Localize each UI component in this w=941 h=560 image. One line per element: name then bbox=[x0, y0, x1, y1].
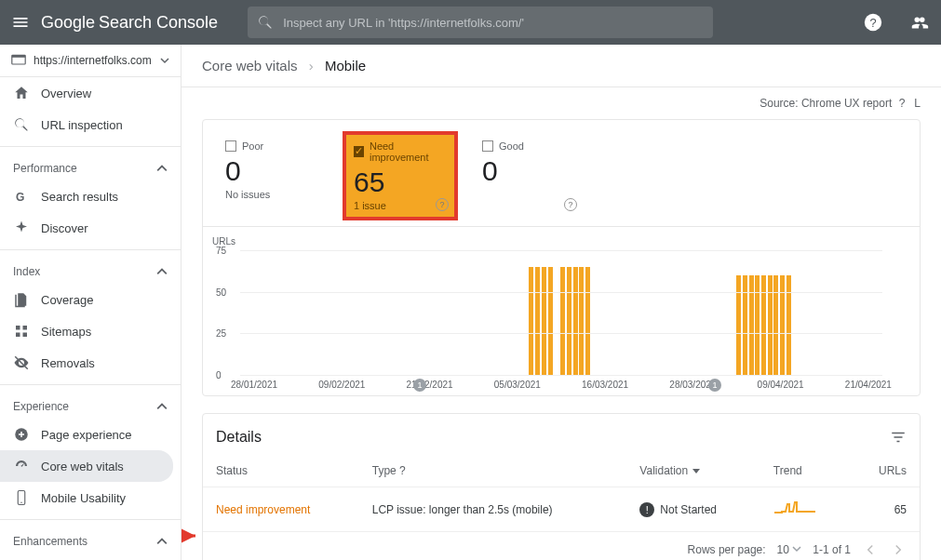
svg-rect-3 bbox=[12, 55, 25, 57]
site-icon bbox=[11, 54, 26, 67]
chevron-down-icon bbox=[792, 544, 801, 553]
sidebar-item-mobile-usability[interactable]: Mobile Usability bbox=[0, 482, 173, 513]
people-icon[interactable] bbox=[909, 12, 930, 33]
score-value: 65 bbox=[354, 167, 447, 198]
sitemap-icon bbox=[13, 323, 30, 340]
pager-range: 1-1 of 1 bbox=[813, 543, 851, 556]
chevron-right-icon: › bbox=[309, 58, 314, 73]
cell-validation: !Not Started bbox=[626, 487, 760, 532]
page-prev-icon[interactable] bbox=[862, 541, 879, 558]
chevron-down-icon bbox=[160, 56, 169, 65]
checkbox-icon[interactable] bbox=[225, 140, 236, 152]
sidebar: https://internetfolks.com Overview URL i… bbox=[0, 45, 181, 560]
filter-icon[interactable] bbox=[890, 429, 907, 446]
score-sub: No issues bbox=[225, 189, 318, 200]
main: Core web vitals › Mobile Source: Chrome … bbox=[181, 45, 941, 560]
annotation-arrow-icon bbox=[181, 522, 203, 550]
breadcrumb-root[interactable]: Core web vitals bbox=[202, 58, 298, 73]
sidebar-item-coverage[interactable]: Coverage bbox=[0, 284, 173, 315]
hamburger-icon[interactable] bbox=[11, 13, 30, 32]
score-sub: 1 issue bbox=[354, 200, 447, 211]
checkbox-icon[interactable] bbox=[482, 140, 493, 152]
help-icon[interactable]: ? bbox=[564, 198, 577, 211]
chart-title: URLs bbox=[212, 236, 910, 247]
table-row[interactable]: Need improvement LCP issue: longer than … bbox=[203, 487, 920, 532]
circle-plus-icon bbox=[13, 426, 30, 443]
removals-icon bbox=[13, 354, 30, 371]
pager: Rows per page: 10 1-1 of 1 bbox=[203, 532, 920, 560]
magnifier-icon bbox=[13, 116, 30, 133]
url-inspect-search[interactable] bbox=[248, 7, 713, 38]
sidebar-item-faq[interactable]: FAQ bbox=[0, 553, 173, 560]
logo-product: Search Console bbox=[99, 13, 218, 33]
chevron-up-icon bbox=[156, 266, 168, 277]
help-icon[interactable]: ? bbox=[399, 464, 406, 477]
pager-rows-select[interactable]: 10 bbox=[777, 543, 802, 556]
help-icon[interactable]: ? bbox=[863, 12, 883, 33]
col-type[interactable]: Type ? bbox=[359, 455, 627, 487]
sidebar-item-discover[interactable]: Discover bbox=[0, 212, 173, 244]
sidebar-group-index[interactable]: Index bbox=[0, 256, 181, 284]
speed-icon bbox=[13, 458, 30, 474]
help-icon[interactable]: ? bbox=[899, 97, 906, 110]
col-validation[interactable]: Validation bbox=[626, 455, 760, 487]
col-status[interactable]: Status bbox=[203, 455, 359, 487]
url-inspect-input[interactable] bbox=[283, 16, 704, 30]
site-selector[interactable]: https://internetfolks.com bbox=[0, 45, 181, 77]
summary-card: Poor 0 No issues Need improvement 65 1 i… bbox=[202, 119, 921, 396]
sidebar-item-removals[interactable]: Removals bbox=[0, 347, 173, 379]
sidebar-item-core-web-vitals[interactable]: Core web vitals bbox=[0, 450, 173, 482]
top-bar: Google Search Console ? bbox=[0, 0, 941, 45]
sidebar-group-experience[interactable]: Experience bbox=[0, 391, 181, 419]
chevron-up-icon bbox=[156, 401, 168, 412]
urls-chart: URLs 28/01/202109/02/202121/02/202105/03… bbox=[203, 227, 920, 395]
breadcrumb: Core web vitals › Mobile bbox=[202, 58, 366, 73]
help-icon[interactable]: ? bbox=[436, 198, 449, 211]
score-good[interactable]: Good 0 ? bbox=[473, 133, 585, 219]
score-value: 0 bbox=[225, 155, 318, 187]
details-table: Status Type ? Validation Trend URLs Need… bbox=[203, 455, 920, 532]
details-card: Details Status Type ? Validation Trend U… bbox=[202, 413, 921, 560]
pages-icon bbox=[13, 291, 30, 308]
sidebar-item-label: Overview bbox=[41, 87, 91, 100]
chevron-up-icon bbox=[156, 163, 168, 174]
sidebar-item-search-results[interactable]: GSearch results bbox=[0, 180, 173, 212]
sidebar-item-page-experience[interactable]: Page experience bbox=[0, 419, 173, 450]
svg-text:G: G bbox=[16, 191, 24, 204]
chevron-up-icon bbox=[156, 536, 168, 547]
cell-urls: 65 bbox=[850, 487, 920, 532]
search-icon bbox=[257, 14, 274, 31]
page-next-icon[interactable] bbox=[890, 541, 907, 558]
site-url: https://internetfolks.com bbox=[34, 54, 160, 67]
sparkline-icon bbox=[773, 500, 816, 515]
pager-label: Rows per page: bbox=[688, 543, 766, 556]
sparkle-icon bbox=[13, 220, 30, 236]
source-line: Source: Chrome UX report ? L bbox=[181, 87, 941, 119]
breadcrumb-current: Mobile bbox=[325, 58, 366, 73]
sidebar-item-overview[interactable]: Overview bbox=[0, 77, 173, 109]
cell-type: LCP issue: longer than 2.5s (mobile) bbox=[359, 487, 627, 532]
svg-point-8 bbox=[20, 502, 22, 504]
logo-google: Google bbox=[41, 13, 95, 33]
details-title: Details bbox=[216, 429, 262, 446]
col-urls[interactable]: URLs bbox=[850, 455, 920, 487]
scoreboard: Poor 0 No issues Need improvement 65 1 i… bbox=[203, 120, 920, 227]
col-trend[interactable]: Trend bbox=[760, 455, 850, 487]
score-value: 0 bbox=[482, 155, 575, 187]
breadcrumb-bar: Core web vitals › Mobile bbox=[181, 45, 941, 87]
phone-icon bbox=[13, 489, 30, 506]
checkbox-checked-icon[interactable] bbox=[354, 146, 364, 157]
cell-trend bbox=[760, 487, 850, 532]
sidebar-item-label: URL inspection bbox=[41, 118, 123, 132]
sidebar-group-enhancements[interactable]: Enhancements bbox=[0, 526, 181, 553]
g-icon: G bbox=[13, 188, 30, 205]
info-dot-icon: ! bbox=[639, 502, 654, 517]
sidebar-group-performance[interactable]: Performance bbox=[0, 153, 181, 180]
score-need-improvement[interactable]: Need improvement 65 1 issue ? bbox=[344, 133, 456, 219]
svg-text:?: ? bbox=[869, 16, 876, 30]
sidebar-item-url-inspection[interactable]: URL inspection bbox=[0, 109, 173, 140]
sidebar-item-sitemaps[interactable]: Sitemaps bbox=[0, 315, 173, 347]
cell-status: Need improvement bbox=[203, 487, 359, 532]
home-icon bbox=[13, 85, 30, 101]
score-poor[interactable]: Poor 0 No issues bbox=[216, 133, 328, 219]
